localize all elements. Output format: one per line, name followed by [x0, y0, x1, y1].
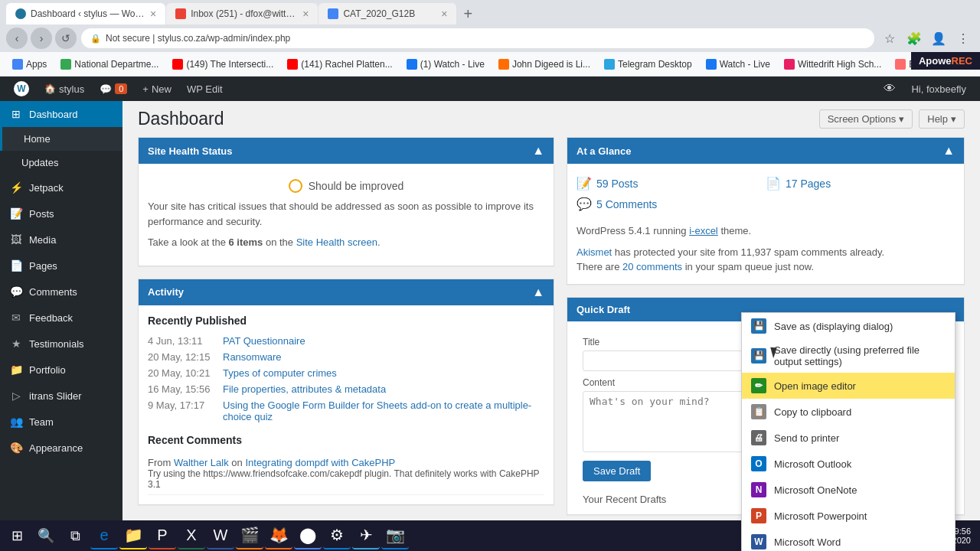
address-bar[interactable]: 🔒 Not secure | stylus.co.za/wp-admin/ind… — [81, 28, 874, 48]
taskbar-app-explorer[interactable]: 📁 — [119, 522, 147, 549]
activity-link-3[interactable]: File properties, attributes & metadata — [223, 383, 386, 395]
tab-gmail[interactable]: Inbox (251) - dfox@wittedriftsch... × — [166, 3, 318, 24]
glance-theme-link[interactable]: i-excel — [689, 225, 718, 236]
pages-glance-link[interactable]: 17 Pages — [786, 178, 831, 190]
sidebar-item-media[interactable]: 🖼 Media — [0, 227, 122, 253]
bookmark-national[interactable]: National Departme... — [54, 57, 165, 71]
sidebar-item-comments[interactable]: 💬 Comments — [0, 279, 122, 305]
taskbar-app-excel[interactable]: X — [178, 522, 205, 549]
context-menu-item-print[interactable]: 🖨Send to printer — [742, 425, 955, 451]
bookmark-watch[interactable]: (1) Watch - Live — [400, 57, 491, 71]
extensions-btn[interactable]: 🧩 — [903, 28, 925, 49]
search-taskbar[interactable]: 🔍 — [32, 522, 60, 549]
tab-close-gmail[interactable]: × — [302, 8, 309, 20]
comments-glance-link[interactable]: 5 Comments — [596, 198, 657, 210]
activity-toggle[interactable]: ▲ — [532, 285, 544, 299]
activity-link-1[interactable]: Ransomware — [223, 351, 282, 363]
activity-link-2[interactable]: Types of computer crimes — [223, 367, 337, 379]
sidebar-item-jetpack[interactable]: ⚡ Jetpack — [0, 174, 122, 201]
back-button[interactable]: ‹ — [6, 28, 28, 49]
tab-close-cat[interactable]: × — [441, 8, 447, 20]
site-name-btn[interactable]: 🏠 stylus — [37, 77, 92, 101]
refresh-button[interactable]: ↺ — [55, 28, 77, 49]
taskbar-app-word[interactable]: W — [207, 522, 234, 549]
taskbar-app-camera[interactable]: 📷 — [381, 522, 409, 549]
context-menu-item-save-directly[interactable]: 💾Save directly (using preferred file out… — [742, 339, 955, 373]
context-menu-item-onenote[interactable]: NMicrosoft OneNote — [742, 477, 955, 503]
context-menu-item-outlook[interactable]: OMicrosoft Outlook — [742, 451, 955, 477]
hi-label: Hi, foxbeefly — [911, 83, 966, 95]
tab-cat[interactable]: CAT_2020_G12B × — [318, 3, 456, 24]
sidebar-item-updates[interactable]: Updates — [0, 151, 122, 174]
context-menu-item-word[interactable]: WMicrosoft Word — [742, 529, 955, 551]
activity-link-0[interactable]: PAT Questionnaire — [223, 335, 305, 347]
new-btn[interactable]: + New — [135, 77, 179, 101]
sidebar-item-itrans-slider[interactable]: ▷ itrans Slider — [0, 383, 122, 409]
sidebar-item-testimonials[interactable]: ★ Testimonials — [0, 331, 122, 357]
context-menu-item-image-editor[interactable]: ✏Open image editor — [742, 373, 955, 399]
help-button[interactable]: Help ▾ — [919, 109, 965, 129]
sidebar-item-team[interactable]: 👥 Team — [0, 409, 122, 435]
wp-edit-btn[interactable]: WP Edit — [179, 77, 230, 101]
bookmark-apps[interactable]: Apps — [6, 57, 53, 71]
context-menu-item-powerpoint[interactable]: PMicrosoft Powerpoint — [742, 503, 955, 529]
taskbar-app-telegram[interactable]: ✈ — [352, 522, 380, 549]
taskbar-app-chrome[interactable]: ⬤ — [294, 522, 322, 549]
sidebar-item-posts[interactable]: 📝 Posts — [0, 201, 122, 227]
comment-post-0[interactable]: Integrating dompdf with CakePHP — [245, 457, 395, 468]
pages-glance-icon: 📄 — [766, 176, 781, 191]
taskbar-app-powerpoint[interactable]: P — [149, 522, 176, 549]
menu-btn[interactable]: ⋮ — [952, 28, 974, 49]
taskbar-app-edge[interactable]: e — [90, 522, 118, 549]
bookmark-telegram-label: Telegram Desktop — [618, 59, 692, 70]
start-button[interactable]: ⊞ — [3, 522, 31, 549]
tab-close-wp[interactable]: × — [150, 8, 156, 20]
screen-reader-btn[interactable]: 👁 — [876, 77, 903, 101]
bookmark-wittedrift[interactable]: Wittedrift High Sch... — [778, 57, 887, 71]
feedback-icon: ✉ — [9, 311, 23, 324]
sidebar-item-portfolio[interactable]: 📁 Portfolio — [0, 357, 122, 383]
forward-button[interactable]: › — [31, 28, 52, 49]
tab-favicon-cat — [328, 8, 338, 19]
task-view-btn[interactable]: ⧉ — [61, 522, 89, 549]
spam-count-link[interactable]: 20 comments — [622, 261, 682, 272]
akismet-link[interactable]: Akismet — [577, 246, 612, 258]
sidebar-item-feedback[interactable]: ✉ Feedback — [0, 305, 122, 331]
pages-icon: 📄 — [9, 259, 23, 272]
save-draft-button[interactable]: Save Draft — [583, 461, 651, 481]
at-a-glance-toggle[interactable]: ▲ — [942, 144, 955, 158]
sidebar-item-appearance[interactable]: 🎨 Appearance — [0, 435, 122, 461]
taskbar-app-firefox[interactable]: 🦊 — [265, 522, 292, 549]
bookmark-telegram[interactable]: Telegram Desktop — [598, 57, 698, 71]
wp-logo-btn[interactable]: W — [6, 77, 37, 101]
glance-spam-prefix: There are — [577, 261, 619, 272]
comment-author-0[interactable]: Walther Lalk — [174, 457, 229, 468]
bookmark-star[interactable]: ☆ — [879, 28, 900, 49]
bookmark-john[interactable]: John Digeed is Li... — [492, 57, 596, 71]
site-health-toggle[interactable]: ▲ — [532, 144, 544, 158]
context-menu-item-save-as[interactable]: 💾Save as (displaying dialog) — [742, 313, 955, 339]
activity-row-3: 16 May, 15:56 File properties, attribute… — [148, 381, 544, 397]
context-menu-item-copy[interactable]: 📋Copy to clipboard — [742, 399, 955, 425]
comments-btn[interactable]: 💬 0 — [92, 77, 135, 101]
bookmark-rachel[interactable]: (141) Rachel Platten... — [281, 57, 398, 71]
health-screen-link[interactable]: Site Health screen — [296, 236, 377, 248]
sidebar-item-home[interactable]: Home — [0, 127, 122, 151]
sidebar-item-dashboard[interactable]: ⊞ Dashboard — [0, 101, 122, 127]
activity-row-4: 9 May, 17:17 Using the Google Form Build… — [148, 397, 544, 425]
posts-glance-link[interactable]: 59 Posts — [596, 178, 638, 190]
screen-options-button[interactable]: Screen Options ▾ — [819, 109, 913, 129]
akismet-text: has protected your site from 11,937 spam… — [615, 246, 884, 258]
tab-wordpress[interactable]: Dashboard ‹ stylus — WordPress × — [6, 3, 165, 24]
bookmark-watch2[interactable]: Watch - Live — [700, 57, 776, 71]
context-menu-label-save-as: Save as (displaying dialog) — [774, 321, 893, 332]
profile-btn[interactable]: 👤 — [928, 28, 949, 49]
activity-link-4[interactable]: Using the Google Form Builder for Sheets… — [223, 399, 544, 422]
activity-date-2: 20 May, 10:21 — [148, 367, 217, 379]
browser-right: ☆ 🧩 👤 ⋮ — [879, 28, 974, 49]
sidebar-item-pages[interactable]: 📄 Pages — [0, 253, 122, 279]
bookmark-intersect[interactable]: (149) The Intersecti... — [166, 57, 279, 71]
taskbar-app-settings[interactable]: ⚙ — [323, 522, 351, 549]
new-tab-button[interactable]: + — [457, 3, 479, 24]
taskbar-app-vlc[interactable]: 🎬 — [236, 522, 263, 549]
